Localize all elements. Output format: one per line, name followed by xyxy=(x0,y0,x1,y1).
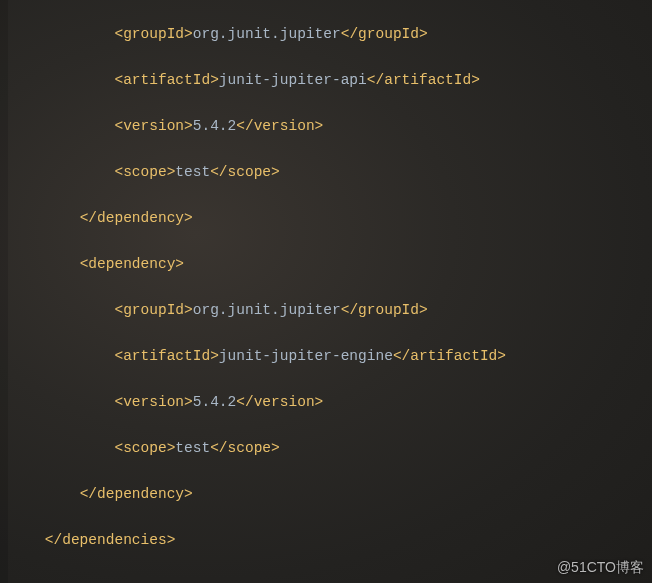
code-line[interactable]: </dependency> xyxy=(10,483,652,506)
code-line[interactable]: <dependency> xyxy=(10,253,652,276)
code-line[interactable]: <artifactId>junit-jupiter-engine</artifa… xyxy=(10,345,652,368)
code-line[interactable]: <version>5.4.2</version> xyxy=(10,391,652,414)
code-line[interactable] xyxy=(10,575,652,583)
code-line[interactable]: </dependencies> xyxy=(10,529,652,552)
code-line[interactable]: <scope>test</scope> xyxy=(10,437,652,460)
editor-gutter xyxy=(0,0,8,583)
code-line[interactable]: <groupId>org.junit.jupiter</groupId> xyxy=(10,299,652,322)
code-line[interactable]: <version>5.4.2</version> xyxy=(10,115,652,138)
code-editor[interactable]: <groupId>org.junit.jupiter</groupId> <ar… xyxy=(0,0,652,583)
code-line[interactable]: <artifactId>junit-jupiter-api</artifactI… xyxy=(10,69,652,92)
code-line[interactable]: </dependency> xyxy=(10,207,652,230)
code-line[interactable]: <scope>test</scope> xyxy=(10,161,652,184)
code-line[interactable]: <groupId>org.junit.jupiter</groupId> xyxy=(10,23,652,46)
watermark: @51CTO博客 xyxy=(557,556,644,579)
